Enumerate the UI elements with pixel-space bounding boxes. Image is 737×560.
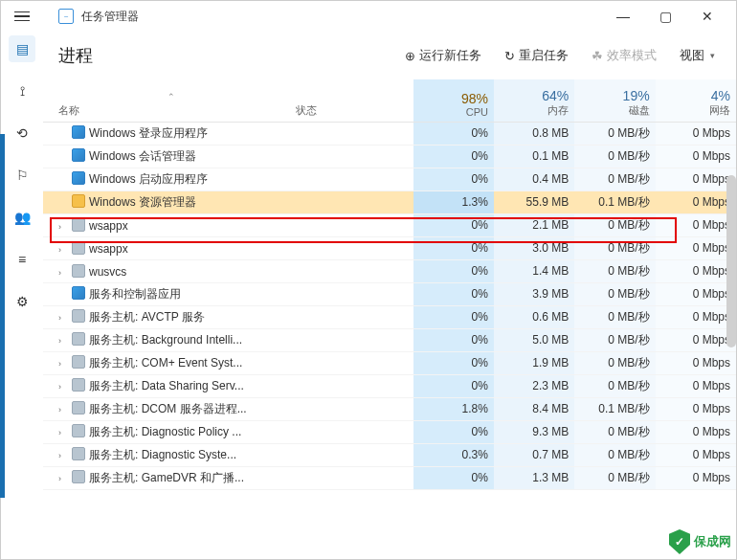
table-row[interactable]: ›服务主机: COM+ Event Syst...0%1.9 MB0 MB/秒0… xyxy=(43,351,736,374)
process-name: Windows 会话管理器 xyxy=(89,149,196,163)
nav-startup[interactable]: ⚐ xyxy=(9,162,35,189)
win-icon xyxy=(72,171,85,185)
cell-disk: 0 MB/秒 xyxy=(574,259,655,282)
gear-icon xyxy=(72,424,85,437)
process-name: 服务主机: Background Intelli... xyxy=(89,333,242,347)
col-network[interactable]: 4% 网络 xyxy=(656,79,736,122)
cell-network: 0 Mbps xyxy=(656,213,736,236)
cell-network: 0 Mbps xyxy=(656,351,736,374)
cell-memory: 0.7 MB xyxy=(494,443,574,466)
cell-memory: 0.4 MB xyxy=(494,168,574,190)
nav-users[interactable]: 👥 xyxy=(9,204,35,231)
cell-status xyxy=(290,190,413,213)
expand-icon[interactable]: › xyxy=(58,428,70,437)
expand-icon[interactable]: › xyxy=(58,313,70,323)
col-name[interactable]: ⌃ 名称 xyxy=(43,79,290,122)
cell-disk: 0 MB/秒 xyxy=(574,305,655,328)
col-memory[interactable]: 64% 内存 xyxy=(494,79,574,122)
cell-cpu: 0% xyxy=(413,236,494,259)
win-icon xyxy=(72,286,85,300)
table-row[interactable]: Windows 会话管理器0%0.1 MB0 MB/秒0 Mbps xyxy=(43,145,736,168)
cell-network: 0 Mbps xyxy=(656,305,736,328)
process-name: 服务和控制器应用 xyxy=(89,287,181,301)
expand-icon[interactable]: › xyxy=(58,474,70,483)
cell-cpu: 0% xyxy=(413,145,494,168)
nav-details[interactable]: ≡ xyxy=(9,246,35,273)
table-row[interactable]: ›服务主机: Diagnostic Syste...0.3%0.7 MB0 MB… xyxy=(43,443,736,466)
cell-status xyxy=(290,420,413,443)
table-row[interactable]: ›服务主机: GameDVR 和广播...0%1.3 MB0 MB/秒0 Mbp… xyxy=(43,466,736,489)
cell-disk: 0 MB/秒 xyxy=(574,145,655,168)
cell-memory: 0.6 MB xyxy=(494,305,574,328)
expand-icon[interactable]: › xyxy=(58,405,70,414)
run-new-task-button[interactable]: ⊕ 运行新任务 xyxy=(399,43,487,68)
maximize-button[interactable]: ▢ xyxy=(644,2,686,31)
expand-icon[interactable]: › xyxy=(58,222,70,232)
cell-memory: 3.9 MB xyxy=(494,282,574,305)
table-row[interactable]: ›服务主机: Diagnostic Policy ...0%9.3 MB0 MB… xyxy=(43,420,736,443)
cell-disk: 0 MB/秒 xyxy=(574,443,655,466)
table-row[interactable]: Windows 登录应用程序0%0.8 MB0 MB/秒0 Mbps xyxy=(43,122,736,145)
gear-icon xyxy=(72,218,85,232)
cell-network: 0 Mbps xyxy=(656,328,736,351)
chevron-down-icon: ▾ xyxy=(710,51,715,60)
table-row[interactable]: Windows 资源管理器1.3%55.9 MB0.1 MB/秒0 Mbps xyxy=(43,190,736,213)
table-row[interactable]: Windows 启动应用程序0%0.4 MB0 MB/秒0 Mbps xyxy=(43,168,736,190)
gear-icon xyxy=(72,241,85,255)
side-accent xyxy=(0,134,5,498)
nav-history[interactable]: ⟲ xyxy=(9,120,35,146)
expand-icon[interactable]: › xyxy=(58,336,70,346)
gear-icon xyxy=(72,401,85,414)
table-row[interactable]: ›服务主机: DCOM 服务器进程...1.8%8.4 MB0.1 MB/秒0 … xyxy=(43,397,736,420)
menu-icon[interactable] xyxy=(9,3,35,30)
close-button[interactable]: ✕ xyxy=(686,2,728,31)
cell-network: 0 Mbps xyxy=(656,259,736,282)
expand-icon[interactable]: › xyxy=(58,451,70,460)
window-title: 任务管理器 xyxy=(81,9,594,25)
expand-icon[interactable]: › xyxy=(58,382,70,392)
cell-name: Windows 启动应用程序 xyxy=(43,168,290,190)
table-row[interactable]: 服务和控制器应用0%3.9 MB0 MB/秒0 Mbps xyxy=(43,282,736,305)
cell-name: ›服务主机: DCOM 服务器进程... xyxy=(43,397,290,420)
table-row[interactable]: ›服务主机: Background Intelli...0%5.0 MB0 MB… xyxy=(43,328,736,351)
cell-name: ›wsappx xyxy=(43,213,290,236)
cell-cpu: 0% xyxy=(413,168,494,190)
cell-status xyxy=(290,328,413,351)
table-row[interactable]: ›服务主机: AVCTP 服务0%0.6 MB0 MB/秒0 Mbps xyxy=(43,305,736,328)
expand-icon[interactable]: › xyxy=(58,359,70,369)
cell-network: 0 Mbps xyxy=(656,466,736,489)
cell-network: 0 Mbps xyxy=(656,236,736,259)
cell-network: 0 Mbps xyxy=(656,145,736,168)
nav-services[interactable]: ⚙ xyxy=(9,288,35,315)
process-name: Windows 登录应用程序 xyxy=(89,126,208,140)
scrollbar[interactable] xyxy=(726,175,736,347)
cell-status xyxy=(290,351,413,374)
cell-disk: 0 MB/秒 xyxy=(574,374,655,397)
process-name: 服务主机: Data Sharing Serv... xyxy=(89,379,244,392)
expand-icon[interactable]: › xyxy=(58,245,70,255)
restart-task-button[interactable]: ↻ 重启任务 xyxy=(499,43,574,68)
cell-name: ›wsappx xyxy=(43,236,290,259)
col-status[interactable]: 状态 xyxy=(290,79,413,122)
nav-processes[interactable]: ▤ xyxy=(9,35,35,62)
cell-memory: 8.4 MB xyxy=(494,397,574,420)
cell-name: Windows 资源管理器 xyxy=(43,190,290,213)
minimize-button[interactable]: — xyxy=(602,2,644,31)
col-disk[interactable]: 19% 磁盘 xyxy=(574,79,655,122)
cell-memory: 55.9 MB xyxy=(494,190,574,213)
view-dropdown[interactable]: 视图 ▾ xyxy=(674,43,721,68)
efficiency-mode-button[interactable]: ☘ 效率模式 xyxy=(586,43,662,68)
nav-performance[interactable]: ⟟ xyxy=(9,78,35,104)
table-row[interactable]: ›wsappx0%3.0 MB0 MB/秒0 Mbps xyxy=(43,236,736,259)
table-row[interactable]: ›wsappx0%2.1 MB0 MB/秒0 Mbps xyxy=(43,213,736,236)
window-controls: — ▢ ✕ xyxy=(602,2,728,31)
cell-cpu: 1.3% xyxy=(413,190,494,213)
cell-cpu: 0% xyxy=(413,122,494,145)
col-cpu[interactable]: 98% CPU xyxy=(413,79,494,122)
expand-icon[interactable]: › xyxy=(58,268,70,278)
cell-network: 0 Mbps xyxy=(656,443,736,466)
cell-disk: 0 MB/秒 xyxy=(574,420,655,443)
cell-status xyxy=(290,374,413,397)
table-row[interactable]: ›wusvcs0%1.4 MB0 MB/秒0 Mbps xyxy=(43,259,736,282)
table-row[interactable]: ›服务主机: Data Sharing Serv...0%2.3 MB0 MB/… xyxy=(43,374,736,397)
